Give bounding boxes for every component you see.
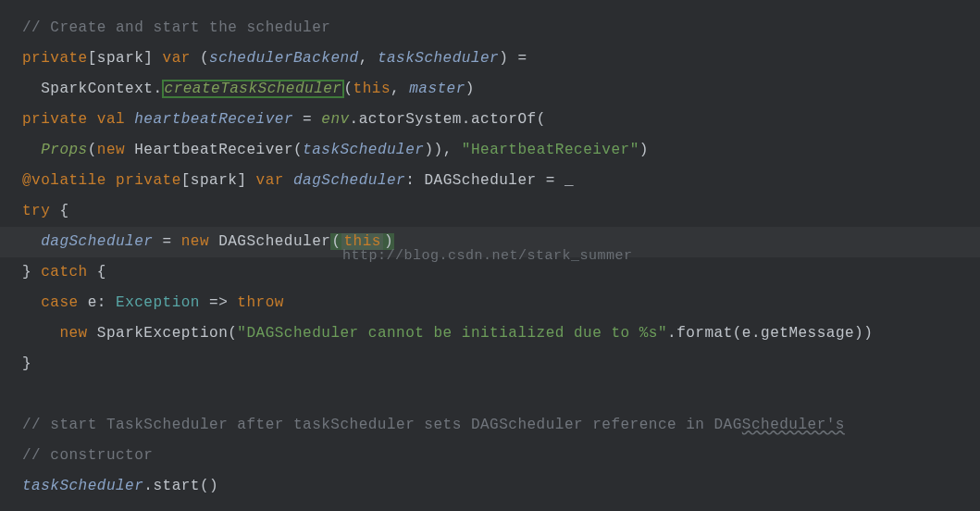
param-taskScheduler: taskScheduler [378, 50, 499, 67]
code-line: } catch { [22, 257, 980, 288]
keyword-new: new [59, 325, 87, 342]
keyword-this: this [354, 81, 391, 97]
string-literal: "DAGScheduler cannot be initialized due … [237, 325, 667, 342]
comment: // Create and start the scheduler [22, 19, 330, 36]
code-line: Props(new HeartbeatReceiver(taskSchedule… [22, 135, 980, 166]
keyword-val: val [97, 111, 125, 128]
ident-dagScheduler: dagScheduler [293, 172, 405, 189]
comment: // constructor [22, 447, 153, 464]
comment: // start TaskScheduler after taskSchedul… [22, 417, 742, 433]
param-schedulerBackend: schedulerBackend [209, 50, 359, 67]
keyword-private: private [22, 111, 88, 128]
paren-close: ) [383, 233, 394, 250]
keyword-try: try [22, 203, 50, 219]
ident-taskScheduler: taskScheduler [22, 478, 143, 494]
keyword-var: var [163, 50, 191, 67]
ident-props: Props [41, 142, 88, 158]
code-line-current: dagScheduler = new DAGScheduler(this) [0, 227, 980, 257]
code-line [22, 380, 980, 410]
code-line: @volatile private[spark] var dagSchedule… [22, 166, 980, 196]
keyword-new: new [181, 233, 209, 250]
keyword-throw: throw [237, 294, 284, 311]
annotation-volatile: volatile [31, 172, 106, 189]
code-line: private[spark] var (schedulerBackend, ta… [22, 44, 980, 74]
method-createTaskScheduler: createTaskScheduler [163, 81, 344, 97]
class-sparkexception: SparkException [97, 325, 228, 342]
keyword-case: case [41, 294, 78, 311]
class-heartbeatreceiver: HeartbeatReceiver [134, 142, 293, 158]
type-dagscheduler: DAGScheduler [424, 172, 536, 189]
code-line: } [22, 349, 980, 380]
ident-heartbeatReceiver: heartbeatReceiver [134, 111, 293, 128]
type-exception: Exception [116, 294, 200, 311]
code-line: private val heartbeatReceiver = env.acto… [22, 105, 980, 135]
keyword-catch: catch [41, 264, 88, 280]
keyword-this: this [341, 233, 382, 250]
code-line: SparkContext.createTaskScheduler(this, m… [22, 74, 980, 105]
keyword-var: var [256, 172, 284, 189]
paren-open: ( [330, 233, 341, 250]
code-line: new SparkException("DAGScheduler cannot … [22, 318, 980, 349]
code-line: // Create and start the scheduler [22, 13, 980, 44]
comment-wavy: Scheduler's [742, 417, 845, 433]
code-line: // constructor [22, 441, 980, 471]
keyword-private: private [22, 50, 88, 67]
string-literal: "HeartbeatReceiver" [462, 142, 639, 158]
keyword-private: private [116, 172, 181, 189]
class-dagscheduler: DAGScheduler [218, 233, 330, 250]
ident-env: env [321, 111, 349, 128]
ident-dagScheduler: dagScheduler [41, 233, 153, 250]
code-line: try { [22, 196, 980, 227]
param-master: master [409, 81, 465, 97]
code-line: // start TaskScheduler after taskSchedul… [22, 410, 980, 441]
ident-sparkcontext: SparkContext [41, 81, 153, 97]
code-editor[interactable]: http://blog.csdn.net/stark_summer // Cre… [0, 0, 980, 511]
param-taskScheduler: taskScheduler [303, 142, 424, 158]
code-line: case e: Exception => throw [22, 288, 980, 318]
code-line: taskScheduler.start() [22, 471, 980, 502]
keyword-new: new [97, 142, 125, 158]
